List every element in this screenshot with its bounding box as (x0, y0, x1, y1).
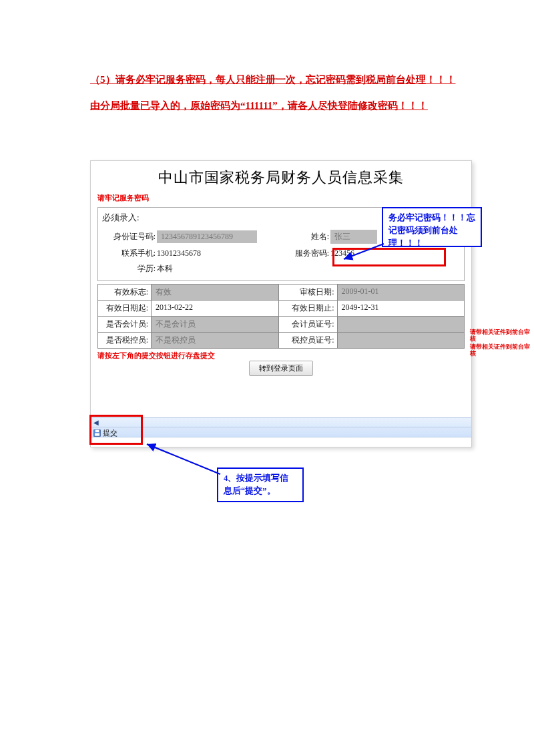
id-value: 123456789123456789 (157, 230, 257, 243)
callout-submit: 4、按提示填写信息后“提交”。 (217, 467, 304, 502)
valid-flag-label: 有效标志: (98, 285, 152, 300)
instruction-paragraph: （5）请务必牢记服务密码，每人只能注册一次，忘记密码需到税局前台处理！！！由分局… (90, 67, 464, 119)
education-label: 学历: (102, 263, 157, 274)
accountant-cert-label: 会计员证号: (279, 317, 338, 332)
app-title: 中山市国家税务局财务人员信息采集 (91, 161, 471, 192)
cert-note-1: 请带相关证件到前台审核 (470, 329, 530, 343)
to-login-button[interactable]: 转到登录页面 (249, 361, 313, 376)
taxctrl-cert-value (338, 333, 465, 348)
service-pwd-value: 123456 (330, 248, 354, 258)
phone-label: 联系手机: (102, 248, 157, 259)
save-icon (93, 429, 101, 437)
valid-flag-value: 有效 (152, 285, 279, 300)
education-value: 本科 (157, 263, 173, 274)
phone-value: 13012345678 (157, 248, 201, 258)
taxctrl-cert-label: 税控员证号: (279, 333, 338, 348)
name-value: 张三 (330, 230, 377, 244)
review-date-label: 审核日期: (279, 285, 338, 300)
callout-password: 务必牢记密码！！！忘记密码须到前台处理！！！ (382, 207, 482, 247)
svg-rect-1 (95, 430, 99, 432)
submit-button[interactable]: 提交 (93, 428, 117, 438)
valid-from-value: 2013-02-22 (152, 301, 279, 316)
is-taxctrl-value: 不是税控员 (152, 333, 279, 348)
name-label: 姓名: (270, 231, 330, 242)
is-taxctrl-label: 是否税控员: (98, 333, 152, 348)
valid-from-label: 有效日期起: (98, 301, 152, 316)
is-accountant-value: 不是会计员 (152, 317, 279, 332)
toolbar-top-strip: ◀ (91, 417, 471, 427)
chevron-left-icon[interactable]: ◀ (93, 419, 99, 426)
accountant-cert-value (338, 317, 465, 332)
id-label: 身份证号码: (102, 231, 157, 242)
remember-password-note: 请牢记服务密码 (91, 192, 471, 206)
is-accountant-label: 是否会计员: (98, 317, 152, 332)
review-date-value: 2009-01-01 (338, 285, 465, 300)
screenshot-frame: 中山市国家税务局财务人员信息采集 请牢记服务密码 必须录入: 身份证号码: 12… (90, 160, 472, 447)
submit-button-label: 提交 (103, 428, 117, 438)
svg-rect-2 (95, 433, 99, 436)
bottom-toolbar: 提交 (91, 427, 471, 437)
valid-to-value: 2049-12-31 (338, 301, 465, 316)
svg-line-4 (147, 444, 220, 474)
service-pwd-label: 服务密码: (270, 248, 330, 259)
submit-instruction-note: 请按左下角的提交按钮进行存盘提交 (97, 351, 465, 361)
info-grid: 有效标志: 有效 审核日期: 2009-01-01 有效日期起: 2013-02… (97, 284, 465, 349)
valid-to-label: 有效日期止: (279, 301, 338, 316)
cert-note-2: 请带相关证件到前台审核 (470, 343, 530, 357)
